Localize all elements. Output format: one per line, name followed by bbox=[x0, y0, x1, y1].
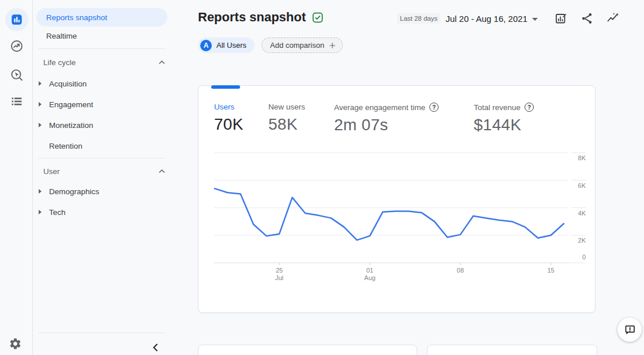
nav-advertising-button[interactable] bbox=[10, 95, 24, 108]
snapshot-card: Users 70K New users 58K Average engageme… bbox=[198, 85, 596, 313]
chevron-up-icon[interactable] bbox=[159, 169, 165, 173]
section-title: User bbox=[43, 167, 60, 176]
sidebar-collapse-button[interactable] bbox=[148, 341, 163, 355]
sidebar-item-realtime[interactable]: Realtime bbox=[33, 27, 173, 45]
metric-total-revenue[interactable]: Total revenue $144K bbox=[474, 103, 534, 134]
sidebar-item-label: Reports snapshot bbox=[46, 13, 107, 22]
add-comparison-label: Add comparison bbox=[270, 41, 324, 50]
sidebar-divider bbox=[38, 158, 165, 158]
bottom-card-left bbox=[198, 345, 417, 355]
feedback-button[interactable] bbox=[617, 318, 642, 342]
sidebar-item-label: Demographics bbox=[49, 187, 99, 196]
nav-reports-button[interactable] bbox=[5, 8, 28, 31]
green-check-card-icon[interactable] bbox=[312, 12, 324, 24]
settings-gear-button[interactable] bbox=[9, 337, 22, 350]
customize-report-button[interactable] bbox=[554, 12, 568, 25]
help-icon[interactable] bbox=[429, 103, 439, 112]
date-preset-badge: Last 28 days bbox=[397, 13, 440, 24]
metric-avg-engagement-time[interactable]: Average engagement time 2m 07s bbox=[334, 103, 439, 134]
comparison-bar: A All Users Add comparison bbox=[198, 37, 343, 53]
share-button[interactable] bbox=[580, 12, 594, 25]
add-comparison-button[interactable]: Add comparison bbox=[261, 37, 343, 53]
sidebar-section-user[interactable]: User bbox=[33, 164, 165, 179]
sidebar-item-label: Tech bbox=[49, 208, 66, 217]
sidebar-item-engagement[interactable]: Engagement bbox=[33, 94, 173, 115]
insights-icon bbox=[606, 12, 620, 25]
expand-triangle-icon[interactable] bbox=[39, 123, 42, 127]
chevron-left-icon bbox=[153, 343, 158, 354]
insights-button[interactable] bbox=[606, 12, 620, 25]
sidebar-item-monetization[interactable]: Monetization bbox=[33, 115, 173, 135]
sidebar-item-acquisition[interactable]: Acquisition bbox=[33, 73, 173, 94]
all-users-label: All Users bbox=[216, 41, 246, 50]
expand-triangle-icon[interactable] bbox=[39, 210, 42, 214]
feedback-bubble-icon bbox=[624, 324, 636, 336]
svg-text:25: 25 bbox=[276, 267, 283, 274]
help-icon[interactable] bbox=[525, 103, 534, 112]
metric-label: Average engagement time bbox=[334, 103, 425, 112]
sidebar-item-label: Monetization bbox=[49, 121, 93, 130]
svg-text:8K: 8K bbox=[578, 154, 586, 161]
customize-report-icon bbox=[554, 12, 568, 25]
metric-value: 2m 07s bbox=[334, 116, 439, 134]
svg-text:4K: 4K bbox=[578, 210, 586, 217]
avatar: A bbox=[200, 40, 212, 51]
expand-triangle-icon[interactable] bbox=[39, 102, 42, 107]
svg-text:0: 0 bbox=[582, 254, 586, 260]
svg-text:08: 08 bbox=[457, 267, 464, 274]
sidebar-item-label: Realtime bbox=[46, 32, 77, 40]
sidebar-item-label: Retention bbox=[49, 142, 83, 150]
all-users-chip[interactable]: A All Users bbox=[198, 37, 254, 53]
header-actions: Last 28 days Jul 20 - Aug 16, 2021 bbox=[397, 12, 620, 25]
page-title-text: Reports snapshot bbox=[198, 10, 306, 25]
metric-label: Users bbox=[214, 103, 244, 111]
metric-value: $144K bbox=[474, 116, 534, 134]
svg-text:01: 01 bbox=[366, 267, 373, 274]
metric-label: New users bbox=[268, 103, 305, 111]
sidebar-item-tech[interactable]: Tech bbox=[33, 202, 173, 222]
sidebar-item-label: Acquisition bbox=[49, 80, 87, 88]
expand-triangle-icon[interactable] bbox=[39, 81, 42, 86]
expand-triangle-icon[interactable] bbox=[39, 189, 42, 194]
sidebar: Reports snapshot Realtime Life cycle Acq… bbox=[33, 0, 173, 355]
nav-rail bbox=[0, 0, 33, 355]
spacer bbox=[39, 143, 42, 148]
sidebar-item-label: Engagement bbox=[49, 100, 93, 109]
trend-circle-icon bbox=[10, 39, 24, 53]
section-title: Life cycle bbox=[43, 58, 76, 67]
ga4-app: Reports snapshot Realtime Life cycle Acq… bbox=[0, 0, 644, 355]
page-title: Reports snapshot bbox=[198, 10, 324, 25]
bottom-card-right bbox=[427, 345, 597, 355]
metric-new-users[interactable]: New users 58K bbox=[268, 103, 305, 134]
active-tab-indicator bbox=[211, 85, 240, 89]
metric-value: 58K bbox=[268, 115, 305, 134]
metric-label: Total revenue bbox=[474, 103, 521, 112]
bar-chart-icon bbox=[10, 13, 23, 26]
nav-explore-button[interactable] bbox=[10, 68, 24, 82]
users-line-chart[interactable]: 02K4K6K8K25Jul01Aug0815 bbox=[199, 143, 596, 288]
metric-value: 70K bbox=[214, 115, 244, 134]
share-icon bbox=[580, 12, 594, 25]
metric-users[interactable]: Users 70K bbox=[214, 103, 244, 134]
date-range-selector[interactable]: Jul 20 - Aug 16, 2021 bbox=[445, 14, 538, 24]
settings-gear-icon bbox=[9, 337, 22, 350]
sidebar-item-reports-snapshot[interactable]: Reports snapshot bbox=[36, 8, 167, 27]
svg-text:Jul: Jul bbox=[275, 274, 283, 281]
sidebar-item-retention[interactable]: Retention bbox=[33, 135, 173, 156]
svg-text:15: 15 bbox=[547, 267, 554, 274]
svg-text:Aug: Aug bbox=[364, 274, 376, 281]
sidebar-divider bbox=[38, 48, 165, 49]
chevron-up-icon[interactable] bbox=[159, 61, 165, 65]
svg-text:6K: 6K bbox=[578, 182, 586, 189]
list-rows-icon bbox=[10, 95, 24, 108]
search-cursor-icon bbox=[10, 68, 24, 82]
sidebar-section-life-cycle[interactable]: Life cycle bbox=[33, 55, 165, 70]
plus-icon bbox=[324, 41, 336, 50]
svg-text:2K: 2K bbox=[578, 237, 586, 244]
sidebar-divider bbox=[38, 333, 165, 333]
date-range-text: Jul 20 - Aug 16, 2021 bbox=[445, 14, 527, 24]
nav-realtime-button[interactable] bbox=[10, 39, 24, 53]
chevron-down-icon bbox=[532, 18, 538, 21]
sidebar-item-demographics[interactable]: Demographics bbox=[33, 181, 173, 202]
